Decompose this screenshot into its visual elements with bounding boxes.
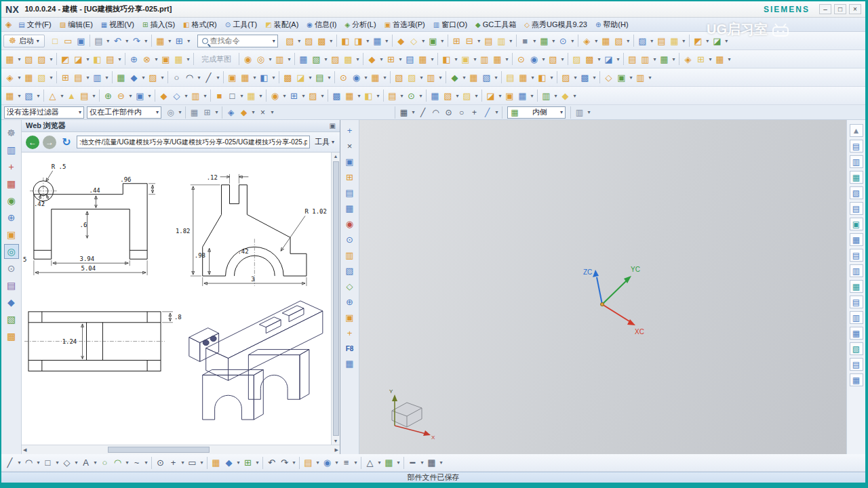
toolbar-icon[interactable]: ▤ xyxy=(343,186,357,200)
dropdown-caret-icon[interactable]: ▾ xyxy=(319,93,326,99)
toolbar-icon[interactable]: ◇ xyxy=(602,70,615,85)
dropdown-caret-icon[interactable]: ▾ xyxy=(572,93,578,99)
toolbar-icon[interactable]: ▦ xyxy=(850,327,863,340)
toolbar-icon[interactable]: ▤ xyxy=(92,34,105,48)
dropdown-caret-icon[interactable]: ▾ xyxy=(726,56,732,62)
address-input[interactable] xyxy=(77,136,310,148)
toolbar-icon[interactable]: ▩ xyxy=(4,329,19,344)
dropdown-caret-icon[interactable]: ▾ xyxy=(549,75,555,81)
dropdown-caret-icon[interactable]: ▾ xyxy=(586,109,592,115)
dropdown-caret-icon[interactable]: ▾ xyxy=(453,56,459,62)
toolbar-icon[interactable]: ⊙ xyxy=(337,70,350,85)
toolbar-icon[interactable]: ◎ xyxy=(4,244,19,259)
toolbar-icon[interactable]: ▣ xyxy=(850,218,863,230)
toolbar-icon[interactable]: ▦ xyxy=(188,106,201,119)
toolbar-icon[interactable]: ▥ xyxy=(573,106,586,119)
scroll-left-icon[interactable]: ◀ xyxy=(23,446,26,454)
dropdown-caret-icon[interactable]: ▾ xyxy=(363,75,369,81)
dropdown-caret-icon[interactable]: ▾ xyxy=(214,109,220,115)
dropdown-caret-icon[interactable]: ▾ xyxy=(570,38,576,44)
dropdown-caret-icon[interactable]: ▾ xyxy=(596,56,602,62)
toolbar-icon[interactable]: ▥ xyxy=(850,155,863,168)
dropdown-caret-icon[interactable]: ▾ xyxy=(378,56,384,62)
toolbar-icon[interactable]: ◈ xyxy=(682,52,694,66)
toolbar-icon[interactable]: ▦ xyxy=(516,89,529,103)
toolbar-icon[interactable]: ▧ xyxy=(441,89,454,103)
toolbar-icon[interactable]: ▦ xyxy=(3,89,16,103)
dropdown-caret-icon[interactable]: ▾ xyxy=(671,56,677,62)
dropdown-caret-icon[interactable]: ▾ xyxy=(146,93,153,99)
dropdown-caret-icon[interactable]: ▾ xyxy=(104,75,110,81)
find-command-box[interactable]: ▾ xyxy=(197,35,278,47)
dropdown-caret-icon[interactable]: ▾ xyxy=(54,460,60,466)
toolbar-icon[interactable]: ⊞ xyxy=(241,455,254,470)
scrollbar-thumb[interactable] xyxy=(108,447,210,453)
toolbar-icon[interactable]: ◩ xyxy=(692,34,705,48)
toolbar-icon[interactable]: ▦ xyxy=(668,34,681,48)
toolbar-icon[interactable]: ▦ xyxy=(850,233,863,246)
toolbar-icon[interactable]: ▤ xyxy=(403,52,416,66)
toolbar-icon[interactable]: ▲ xyxy=(65,89,78,103)
dropdown-caret-icon[interactable]: ▾ xyxy=(167,38,173,44)
dropdown-caret-icon[interactable]: ▾ xyxy=(395,460,401,466)
toolbar-icon[interactable]: ~ xyxy=(130,455,143,470)
toolbar-icon[interactable]: ▦ xyxy=(297,52,310,66)
dropdown-caret-icon[interactable]: ▾ xyxy=(497,93,503,99)
menu-item[interactable]: ◧格式(R) xyxy=(179,18,221,31)
menu-item[interactable]: ▨编辑(E) xyxy=(56,18,97,31)
toolbar-icon[interactable]: ◎ xyxy=(164,106,177,119)
dropdown-caret-icon[interactable]: ▾ xyxy=(559,56,566,62)
dropdown-caret-icon[interactable]: ▾ xyxy=(494,109,500,115)
toolbar-icon[interactable]: ▨ xyxy=(35,52,48,66)
menu-item[interactable]: ◩装配(A) xyxy=(261,18,302,31)
toolbar-icon[interactable]: + xyxy=(343,124,357,138)
dropdown-caret-icon[interactable]: ▾ xyxy=(615,56,621,62)
toolbar-icon[interactable]: ▤ xyxy=(850,140,863,152)
menu-item[interactable]: ▦视图(V) xyxy=(97,18,138,31)
dropdown-caret-icon[interactable]: ▾ xyxy=(124,460,130,466)
dropdown-caret-icon[interactable]: ▾ xyxy=(143,38,149,44)
side-selection-dropdown[interactable]: ▦ 内侧 ▾ xyxy=(507,106,566,119)
dropdown-caret-icon[interactable]: ▾ xyxy=(143,460,149,466)
toolbar-icon[interactable]: ◇ xyxy=(60,455,73,470)
start-menu-button[interactable]: ☸ 启动 ▾ xyxy=(3,35,45,47)
dropdown-caret-icon[interactable]: ▾ xyxy=(681,38,687,44)
dropdown-caret-icon[interactable]: ▾ xyxy=(649,38,655,44)
toolbar-icon[interactable]: ▣ xyxy=(503,89,516,103)
dropdown-caret-icon[interactable]: ▾ xyxy=(454,93,460,99)
toolbar-icon[interactable]: ⊖ xyxy=(115,89,127,103)
toolbar-icon[interactable]: ⊞ xyxy=(201,106,214,119)
toolbar-icon[interactable]: ▨ xyxy=(406,70,418,85)
toolbar-icon[interactable]: ◧ xyxy=(362,89,375,103)
toolbar-icon[interactable]: ⊞ xyxy=(173,34,186,48)
toolbar-icon[interactable]: + xyxy=(4,159,19,174)
toolbar-icon[interactable]: + xyxy=(167,455,180,470)
toolbar-icon[interactable]: ◠ xyxy=(111,455,124,470)
dropdown-caret-icon[interactable]: ▾ xyxy=(628,75,634,81)
dropdown-caret-icon[interactable]: ▾ xyxy=(429,56,435,62)
toolbar-icon[interactable]: ▲ xyxy=(850,124,863,137)
toolbar-icon[interactable]: ▧ xyxy=(850,186,863,199)
toolbar-icon[interactable]: ▧ xyxy=(850,342,863,355)
toolbar-icon[interactable]: ▧ xyxy=(480,70,493,85)
dropdown-caret-icon[interactable]: ▾ xyxy=(572,75,578,81)
toolbar-icon[interactable]: □ xyxy=(226,89,239,103)
toolbar-icon[interactable]: ◠ xyxy=(183,70,196,85)
toolbar-icon[interactable]: ▨ xyxy=(302,34,315,48)
dropdown-caret-icon[interactable]: ▾ xyxy=(382,75,388,81)
scroll-right-icon[interactable]: ▶ xyxy=(335,446,338,454)
dropdown-caret-icon[interactable]: ▾ xyxy=(16,460,22,466)
toolbar-icon[interactable]: ◨ xyxy=(352,34,365,48)
toolbar-icon[interactable]: ▤ xyxy=(482,34,495,48)
dropdown-caret-icon[interactable]: ▾ xyxy=(281,93,288,99)
toolbar-icon[interactable]: ▤ xyxy=(850,249,863,262)
dropdown-caret-icon[interactable]: ▾ xyxy=(473,93,479,99)
menu-item[interactable]: ◇燕秀UG模具9.23 xyxy=(520,18,591,31)
dropdown-caret-icon[interactable]: ▾ xyxy=(186,38,192,44)
toolbar-icon[interactable]: ▥ xyxy=(4,142,19,157)
toolbar-icon[interactable]: A xyxy=(79,455,92,470)
toolbar-icon[interactable]: ▣ xyxy=(75,34,87,48)
toolbar-icon[interactable]: ▦ xyxy=(713,52,726,66)
scroll-up-icon[interactable]: ▲ xyxy=(334,152,338,160)
toolbar-icon[interactable]: ◪ xyxy=(72,52,85,66)
